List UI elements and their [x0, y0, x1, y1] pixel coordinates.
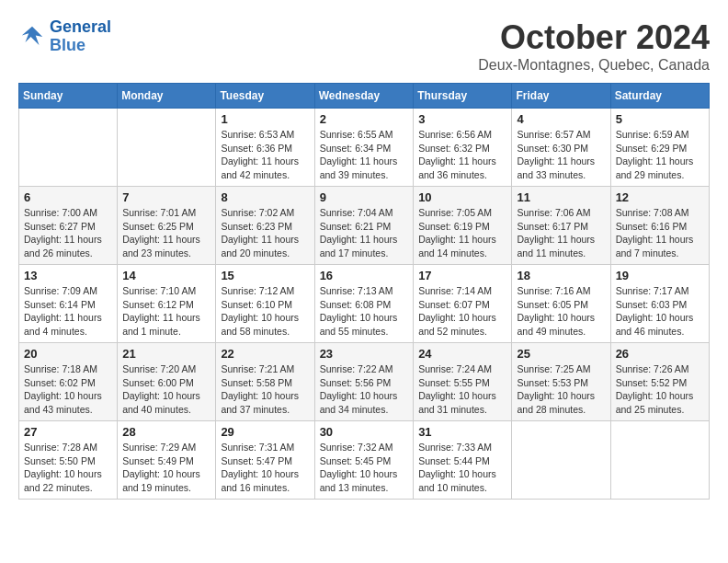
logo-icon: [18, 23, 46, 51]
calendar-cell: 5Sunrise: 6:59 AMSunset: 6:29 PMDaylight…: [610, 109, 709, 187]
cell-detail: Sunrise: 7:25 AMSunset: 5:53 PMDaylight:…: [517, 362, 605, 417]
week-row-1: 1Sunrise: 6:53 AMSunset: 6:36 PMDaylight…: [19, 109, 710, 187]
week-row-2: 6Sunrise: 7:00 AMSunset: 6:27 PMDaylight…: [19, 187, 710, 265]
cell-detail: Sunrise: 7:21 AMSunset: 5:58 PMDaylight:…: [221, 362, 309, 417]
header-saturday: Saturday: [610, 84, 709, 109]
cell-detail: Sunrise: 7:28 AMSunset: 5:50 PMDaylight:…: [24, 441, 112, 495]
day-number: 31: [418, 425, 506, 439]
day-number: 4: [517, 112, 605, 126]
day-number: 28: [122, 425, 210, 439]
cell-detail: Sunrise: 7:08 AMSunset: 6:16 PMDaylight:…: [616, 206, 704, 260]
cell-detail: Sunrise: 7:16 AMSunset: 6:05 PMDaylight:…: [517, 284, 605, 339]
svg-marker-0: [22, 27, 43, 45]
day-number: 20: [24, 347, 112, 361]
day-number: 25: [517, 347, 605, 361]
logo-text: General Blue: [50, 18, 111, 55]
calendar-cell: [19, 109, 118, 187]
cell-detail: Sunrise: 6:55 AMSunset: 6:34 PMDaylight:…: [320, 128, 409, 182]
calendar-cell: 31Sunrise: 7:33 AMSunset: 5:44 PMDayligh…: [414, 421, 512, 500]
day-number: 26: [616, 347, 704, 361]
calendar-cell: 13Sunrise: 7:09 AMSunset: 6:14 PMDayligh…: [19, 265, 118, 343]
day-number: 9: [320, 190, 409, 204]
calendar-cell: [118, 109, 216, 187]
cell-detail: Sunrise: 7:05 AMSunset: 6:19 PMDaylight:…: [418, 206, 506, 260]
day-number: 1: [221, 112, 309, 126]
day-number: 19: [616, 269, 704, 282]
day-number: 27: [24, 425, 112, 439]
calendar-cell: 28Sunrise: 7:29 AMSunset: 5:49 PMDayligh…: [118, 421, 216, 500]
calendar-header-row: SundayMondayTuesdayWednesdayThursdayFrid…: [19, 84, 710, 109]
cell-detail: Sunrise: 7:09 AMSunset: 6:14 PMDaylight:…: [24, 284, 112, 339]
calendar-cell: 22Sunrise: 7:21 AMSunset: 5:58 PMDayligh…: [216, 343, 314, 421]
calendar-cell: 11Sunrise: 7:06 AMSunset: 6:17 PMDayligh…: [512, 187, 610, 265]
calendar-cell: 10Sunrise: 7:05 AMSunset: 6:19 PMDayligh…: [414, 187, 512, 265]
cell-detail: Sunrise: 6:56 AMSunset: 6:32 PMDaylight:…: [418, 128, 506, 182]
month-title: October 2024: [478, 18, 710, 57]
day-number: 10: [418, 190, 506, 204]
cell-detail: Sunrise: 6:53 AMSunset: 6:36 PMDaylight:…: [221, 128, 309, 182]
day-number: 18: [517, 269, 605, 282]
cell-detail: Sunrise: 7:04 AMSunset: 6:21 PMDaylight:…: [320, 206, 409, 260]
day-number: 13: [24, 269, 112, 282]
header-sunday: Sunday: [19, 84, 118, 109]
day-number: 8: [221, 190, 309, 204]
calendar-cell: 17Sunrise: 7:14 AMSunset: 6:07 PMDayligh…: [414, 265, 512, 343]
title-area: October 2024 Deux-Montagnes, Quebec, Can…: [478, 18, 710, 74]
day-number: 30: [320, 425, 409, 439]
day-number: 17: [418, 269, 506, 282]
cell-detail: Sunrise: 7:18 AMSunset: 6:02 PMDaylight:…: [24, 362, 112, 417]
calendar-cell: 8Sunrise: 7:02 AMSunset: 6:23 PMDaylight…: [216, 187, 314, 265]
cell-detail: Sunrise: 7:32 AMSunset: 5:45 PMDaylight:…: [320, 441, 409, 495]
cell-detail: Sunrise: 7:06 AMSunset: 6:17 PMDaylight:…: [517, 206, 605, 260]
cell-detail: Sunrise: 7:02 AMSunset: 6:23 PMDaylight:…: [221, 206, 309, 260]
calendar-cell: 6Sunrise: 7:00 AMSunset: 6:27 PMDaylight…: [19, 187, 118, 265]
day-number: 3: [418, 112, 506, 126]
cell-detail: Sunrise: 7:33 AMSunset: 5:44 PMDaylight:…: [418, 441, 506, 495]
cell-detail: Sunrise: 7:10 AMSunset: 6:12 PMDaylight:…: [122, 284, 210, 339]
calendar-cell: [610, 421, 709, 500]
cell-detail: Sunrise: 7:17 AMSunset: 6:03 PMDaylight:…: [616, 284, 704, 339]
calendar-cell: 19Sunrise: 7:17 AMSunset: 6:03 PMDayligh…: [610, 265, 709, 343]
cell-detail: Sunrise: 7:00 AMSunset: 6:27 PMDaylight:…: [24, 206, 112, 260]
header-tuesday: Tuesday: [216, 84, 314, 109]
calendar-table: SundayMondayTuesdayWednesdayThursdayFrid…: [18, 83, 710, 500]
calendar-cell: 24Sunrise: 7:24 AMSunset: 5:55 PMDayligh…: [414, 343, 512, 421]
calendar-cell: 27Sunrise: 7:28 AMSunset: 5:50 PMDayligh…: [19, 421, 118, 500]
calendar-cell: 4Sunrise: 6:57 AMSunset: 6:30 PMDaylight…: [512, 109, 610, 187]
cell-detail: Sunrise: 7:12 AMSunset: 6:10 PMDaylight:…: [221, 284, 309, 339]
calendar-cell: 26Sunrise: 7:26 AMSunset: 5:52 PMDayligh…: [610, 343, 709, 421]
calendar-cell: 9Sunrise: 7:04 AMSunset: 6:21 PMDaylight…: [314, 187, 414, 265]
day-number: 24: [418, 347, 506, 361]
week-row-3: 13Sunrise: 7:09 AMSunset: 6:14 PMDayligh…: [19, 265, 710, 343]
day-number: 6: [24, 190, 112, 204]
calendar-cell: 16Sunrise: 7:13 AMSunset: 6:08 PMDayligh…: [314, 265, 414, 343]
day-number: 29: [221, 425, 309, 439]
calendar-cell: 1Sunrise: 6:53 AMSunset: 6:36 PMDaylight…: [216, 109, 314, 187]
day-number: 2: [320, 112, 409, 126]
week-row-5: 27Sunrise: 7:28 AMSunset: 5:50 PMDayligh…: [19, 421, 710, 500]
day-number: 12: [616, 190, 704, 204]
calendar-cell: 23Sunrise: 7:22 AMSunset: 5:56 PMDayligh…: [314, 343, 414, 421]
cell-detail: Sunrise: 7:20 AMSunset: 6:00 PMDaylight:…: [122, 362, 210, 417]
calendar-cell: [512, 421, 610, 500]
header-thursday: Thursday: [414, 84, 512, 109]
cell-detail: Sunrise: 7:29 AMSunset: 5:49 PMDaylight:…: [122, 441, 210, 495]
logo: General Blue: [18, 18, 111, 55]
location-title: Deux-Montagnes, Quebec, Canada: [478, 57, 710, 74]
calendar-cell: 21Sunrise: 7:20 AMSunset: 6:00 PMDayligh…: [118, 343, 216, 421]
cell-detail: Sunrise: 6:59 AMSunset: 6:29 PMDaylight:…: [616, 128, 704, 182]
cell-detail: Sunrise: 6:57 AMSunset: 6:30 PMDaylight:…: [517, 128, 605, 182]
calendar-cell: 12Sunrise: 7:08 AMSunset: 6:16 PMDayligh…: [610, 187, 709, 265]
header-wednesday: Wednesday: [314, 84, 414, 109]
day-number: 15: [221, 269, 309, 282]
day-number: 5: [616, 112, 704, 126]
cell-detail: Sunrise: 7:13 AMSunset: 6:08 PMDaylight:…: [320, 284, 409, 339]
calendar-cell: 2Sunrise: 6:55 AMSunset: 6:34 PMDaylight…: [314, 109, 414, 187]
calendar-cell: 30Sunrise: 7:32 AMSunset: 5:45 PMDayligh…: [314, 421, 414, 500]
calendar-cell: 14Sunrise: 7:10 AMSunset: 6:12 PMDayligh…: [118, 265, 216, 343]
day-number: 14: [122, 269, 210, 282]
cell-detail: Sunrise: 7:14 AMSunset: 6:07 PMDaylight:…: [418, 284, 506, 339]
day-number: 7: [122, 190, 210, 204]
calendar-cell: 18Sunrise: 7:16 AMSunset: 6:05 PMDayligh…: [512, 265, 610, 343]
calendar-cell: 29Sunrise: 7:31 AMSunset: 5:47 PMDayligh…: [216, 421, 314, 500]
